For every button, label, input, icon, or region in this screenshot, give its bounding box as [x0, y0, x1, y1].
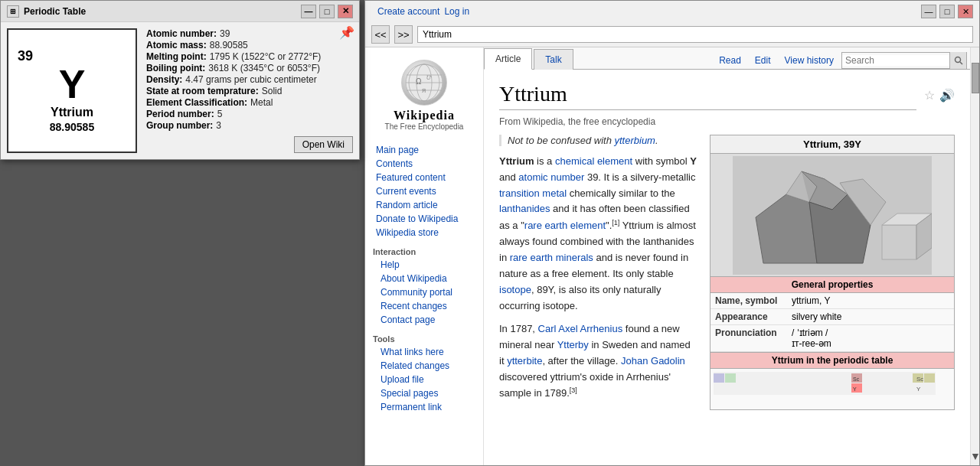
svg-rect-29 — [924, 373, 935, 383]
address-bar[interactable] — [417, 26, 973, 43]
sidebar-item-current-events[interactable]: Current events — [365, 184, 483, 198]
audio-icon[interactable]: 🔊 — [939, 88, 955, 103]
infobox-title: Yttrium, 39Y — [710, 135, 954, 154]
ref-3[interactable]: [3] — [570, 386, 577, 394]
svg-point-9 — [955, 57, 960, 63]
sidebar-item-what-links[interactable]: What links here — [365, 345, 483, 359]
wiki-sidebar: Ω ひ Я Wikipedia The Free Encyclopedia Ma… — [365, 47, 484, 465]
browser-forward-button[interactable]: >> — [394, 25, 413, 44]
prop-density-value: 4.47 grams per cubic centimeter — [185, 74, 316, 85]
prop-atomic-mass-label: Atomic mass: — [146, 40, 207, 51]
browser-maximize-button[interactable]: □ — [939, 5, 955, 18]
prop-atomic-number-label: Atomic number: — [146, 28, 217, 39]
ytterbium-link[interactable]: ytterbium — [614, 135, 655, 146]
element-card: 39 Y Yttrium 88.90585 — [7, 28, 137, 153]
prop-period-value: 5 — [217, 109, 223, 119]
prop-boiling: Boiling point: 3618 K (3345°C or 6053°F) — [146, 63, 356, 73]
sidebar-item-permanent[interactable]: Permanent link — [365, 400, 483, 414]
pt-maximize-button[interactable]: □ — [319, 5, 335, 18]
wiki-article: Yttrium ☆ 🔊 From Wikipedia, the free enc… — [484, 70, 970, 465]
tools-header: Tools — [365, 333, 483, 345]
prop-melting-label: Melting point: — [146, 51, 207, 62]
tab-article[interactable]: Article — [484, 48, 532, 70]
infobox-appearance-row: Appearance silvery white — [710, 309, 954, 325]
pt-close-button[interactable]: ✕ — [338, 5, 353, 18]
infobox-periodic-header: Yttrium in the periodic table — [710, 352, 954, 369]
prop-state-label: State at room temprature: — [146, 86, 259, 96]
wiki-logo: Ω ひ Я Wikipedia The Free Encyclopedia — [365, 54, 483, 137]
pt-minimize-button[interactable]: — — [301, 5, 316, 18]
action-read[interactable]: Read — [713, 52, 747, 69]
browser-minimize-button[interactable]: — — [921, 5, 936, 18]
wiki-search-box — [841, 52, 967, 69]
prop-atomic-number: Atomic number: 39 — [146, 28, 356, 39]
sidebar-item-special[interactable]: Special pages — [365, 386, 483, 400]
article-icons: ☆ 🔊 — [924, 88, 955, 103]
sidebar-item-contact[interactable]: Contact page — [365, 313, 483, 327]
wiki-main: Article Talk Read Edit View history — [484, 47, 970, 465]
action-view-history[interactable]: View history — [779, 52, 840, 69]
wiki-search-input[interactable] — [842, 55, 949, 66]
sidebar-item-store[interactable]: Wikipedia store — [365, 226, 483, 240]
wiki-tabs-bar: Article Talk Read Edit View history — [484, 47, 970, 70]
browser-toolbar: << >> — [365, 22, 979, 47]
sidebar-item-featured[interactable]: Featured content — [365, 171, 483, 184]
wiki-search-button[interactable] — [949, 52, 966, 69]
ref-1[interactable]: [1] — [612, 219, 619, 226]
ytterbite-link[interactable]: ytterbite — [507, 355, 542, 367]
article-body-text: Yttrium is a chemical element with symbo… — [499, 154, 697, 402]
action-edit[interactable]: Edit — [749, 52, 777, 69]
johan-gadolin-link[interactable]: Johan Gadolin — [621, 355, 685, 367]
scroll-down-arrow[interactable]: ▼ — [970, 450, 979, 462]
rare-earth-minerals-link[interactable]: rare earth minerals — [510, 252, 593, 263]
wiki-scrollbar[interactable]: ▼ — [970, 47, 979, 465]
tab-talk[interactable]: Talk — [534, 49, 573, 70]
element-symbol: Y — [59, 64, 86, 104]
svg-rect-21 — [714, 372, 936, 395]
sidebar-item-help[interactable]: Help — [365, 258, 483, 272]
rare-earth-link[interactable]: rare earth element — [524, 220, 606, 232]
chemical-element-link[interactable]: chemical element — [555, 155, 632, 167]
element-number: 39 — [18, 48, 33, 64]
scrollbar-thumb[interactable] — [972, 63, 979, 93]
prop-group-label: Group number: — [146, 120, 213, 131]
sidebar-item-upload[interactable]: Upload file — [365, 373, 483, 386]
pin-icon[interactable]: 📌 — [339, 25, 354, 40]
svg-rect-17 — [882, 225, 916, 259]
svg-rect-26 — [714, 373, 724, 383]
prop-period: Period number: 5 — [146, 109, 356, 119]
isotope-link[interactable]: isotope — [499, 284, 531, 295]
sidebar-item-random[interactable]: Random article — [365, 198, 483, 212]
sidebar-item-related[interactable]: Related changes — [365, 359, 483, 373]
sidebar-item-contents[interactable]: Contents — [365, 157, 483, 171]
carl-arrhenius-link[interactable]: Carl Axel Arrhenius — [538, 323, 623, 334]
sidebar-item-about[interactable]: About Wikipedia — [365, 272, 483, 285]
prop-melting-value: 1795 K (1522°C or 2772°F) — [210, 51, 322, 62]
article-paragraph-1: Yttrium is a chemical element with symbo… — [499, 154, 697, 314]
prop-density: Density: 4.47 grams per cubic centimeter — [146, 74, 356, 85]
prop-classification: Element Classification: Metal — [146, 97, 356, 108]
sidebar-item-donate[interactable]: Donate to Wikipedia — [365, 212, 483, 226]
infobox-pronunciation-label: Pronunciation — [710, 325, 787, 351]
infobox-name-symbol-row: Name, symbol yttrium, Y — [710, 293, 954, 309]
sidebar-item-community[interactable]: Community portal — [365, 285, 483, 299]
sidebar-item-main-page[interactable]: Main page — [365, 143, 483, 157]
transition-metal-link[interactable]: transition metal — [499, 187, 567, 199]
lanthanides-link[interactable]: lanthanides — [499, 203, 550, 214]
wiki-nav-interaction: Interaction Help About Wikipedia Communi… — [365, 246, 483, 327]
browser-header-login[interactable]: Log in — [444, 6, 469, 17]
prop-melting: Melting point: 1795 K (1522°C or 2772°F) — [146, 51, 356, 62]
wiki-logo-subtitle: The Free Encyclopedia — [371, 122, 477, 131]
browser-header-create[interactable]: Create account — [377, 6, 439, 17]
infobox-name-symbol-value: yttrium, Y — [787, 293, 954, 308]
svg-text:Sc: Sc — [853, 376, 860, 382]
sidebar-item-recent[interactable]: Recent changes — [365, 299, 483, 313]
browser-close-button[interactable]: ✕ — [958, 5, 973, 18]
browser-back-button[interactable]: << — [371, 25, 390, 44]
yttrium-bold: Yttrium — [499, 155, 534, 167]
star-icon[interactable]: ☆ — [924, 88, 935, 103]
ytterby-link[interactable]: Ytterby — [557, 339, 589, 350]
open-wiki-button[interactable]: Open Wiki — [294, 136, 353, 153]
not-confused-text: Not to be confused with — [508, 135, 612, 146]
atomic-number-link[interactable]: atomic number — [518, 171, 584, 183]
